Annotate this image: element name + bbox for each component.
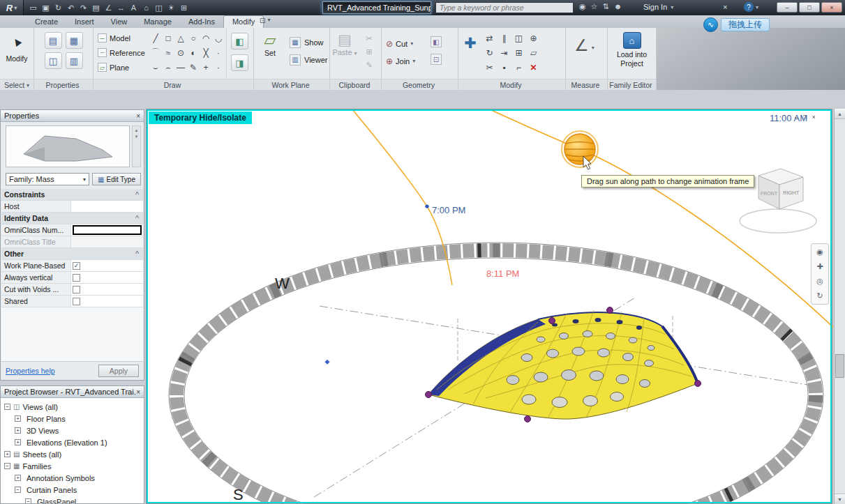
drag-upload-button[interactable]: 拖拽上传 — [721, 18, 770, 31]
property-row[interactable]: Identity Data ^ — [1, 213, 143, 224]
minimize-button[interactable]: – — [777, 2, 798, 13]
rotate-icon[interactable]: ↻ — [482, 45, 497, 60]
join-ends-icon[interactable]: ⊕ — [526, 31, 541, 45]
line-tool-icon[interactable]: ╱ — [149, 31, 162, 45]
arc-tool-icon[interactable]: ◠ — [200, 31, 212, 45]
partial-ellipse-tool-icon[interactable]: ◐ — [187, 45, 200, 60]
polygon-tool-icon[interactable]: △ — [174, 31, 187, 45]
viewcube-front-label[interactable]: FRONT — [761, 191, 778, 196]
tree-expander-icon[interactable]: + — [15, 427, 21, 434]
scroll-down-icon[interactable]: ▼ — [835, 494, 845, 504]
property-row[interactable]: Other ^ — [1, 248, 143, 260]
property-row[interactable]: OmniClass Title — [1, 236, 143, 248]
divide-surface-icon[interactable]: ◧ — [231, 33, 248, 49]
property-row[interactable]: Always vertical — [1, 272, 143, 284]
model-line-tool-icon[interactable]: — — [174, 60, 187, 75]
checkbox[interactable] — [73, 298, 80, 305]
view-close-button[interactable]: × — [812, 114, 815, 121]
ribbon-display-toggle[interactable]: ⊡ ▾ — [260, 17, 270, 24]
property-row[interactable]: Host — [1, 201, 143, 213]
vertical-scrollbar[interactable]: ▲ ▼ — [834, 109, 845, 504]
scale-icon[interactable]: ▱ — [526, 45, 541, 60]
tab-add-ins[interactable]: Add-Ins — [180, 15, 223, 28]
tree-expander-icon[interactable]: + — [4, 451, 10, 457]
family-category-icon[interactable]: ◫ — [45, 52, 62, 69]
edit-type-button[interactable]: ▦ Edit Type — [92, 173, 141, 185]
set-work-plane-button[interactable]: ▱ Set — [254, 28, 286, 79]
tangent-arc-tool-icon[interactable]: ⌒ — [149, 45, 162, 60]
spline-tool-icon[interactable]: ≈ — [162, 45, 174, 60]
ellipse-tool-icon[interactable]: ⊙ — [174, 45, 187, 60]
offset-icon[interactable]: ∥ — [497, 31, 511, 45]
tree-expander-icon[interactable]: − — [4, 404, 10, 410]
property-row[interactable]: Cut with Voids ... — [1, 284, 143, 296]
save-icon[interactable]: ▣ — [40, 2, 52, 13]
center-arc-tool-icon[interactable]: ◡ — [212, 31, 225, 45]
sun[interactable] — [562, 131, 598, 167]
print-icon[interactable]: ▤ — [90, 2, 102, 13]
show-work-plane-button[interactable]: ▦ Show — [286, 33, 327, 51]
preview-scrollbar[interactable]: ▲ ▼ — [132, 125, 141, 167]
trim-icon[interactable]: ⇥ — [497, 45, 511, 60]
view-minimize-button[interactable]: – — [795, 114, 798, 121]
search-icon[interactable]: ◉ — [579, 2, 586, 11]
sync-icon[interactable]: ↻ — [52, 2, 64, 13]
cut-to-clipboard-icon[interactable]: ✂ — [364, 33, 375, 43]
dot-tool-icon[interactable]: · — [212, 60, 225, 75]
sketch-tool-icon[interactable]: ✎ — [187, 60, 200, 75]
tree-expander-icon[interactable]: + — [15, 475, 21, 481]
drawing-area[interactable]: W S 11:00 AM 7:00 PM 8:11 PM FRONT RIGHT — [146, 109, 832, 504]
array-icon[interactable]: ⊞ — [511, 45, 526, 60]
exchange-apps-icon[interactable]: ⇅ — [602, 2, 608, 11]
sun-study-icon[interactable]: ☀ — [165, 2, 177, 13]
measure-button[interactable]: ∠ ▾ — [566, 28, 607, 55]
add-point-tool-icon[interactable]: + — [200, 60, 212, 75]
viewer-button[interactable]: ▥ Viewer — [286, 51, 327, 68]
measure-icon[interactable]: ∠ — [103, 2, 114, 13]
section-collapse-icon[interactable]: ^ — [135, 248, 143, 259]
signin-button[interactable]: Sign In ▾ — [643, 3, 673, 11]
section-collapse-icon[interactable]: ^ — [135, 189, 143, 200]
zoom-icon[interactable]: ◎ — [816, 277, 823, 286]
view-restore-button[interactable]: □ — [803, 114, 807, 121]
rectangle-tool-icon[interactable]: □ — [162, 31, 174, 45]
help-button[interactable]: ? ▾ — [744, 2, 758, 12]
scrollbar-thumb[interactable] — [835, 354, 844, 378]
circle-tool-icon[interactable]: ○ — [187, 31, 200, 45]
copy-to-clipboard-icon[interactable]: ⊞ — [364, 47, 375, 56]
paste-button[interactable]: ▤ Paste ▾ — [330, 28, 359, 79]
scroll-up-icon[interactable]: ▲ — [835, 109, 845, 119]
tree-item[interactable]: − GlassPanel — [1, 496, 144, 503]
property-value-cell[interactable]: ✓ — [71, 260, 143, 271]
section-collapse-icon[interactable]: ^ — [135, 213, 143, 224]
sun-path-time-node[interactable] — [425, 204, 428, 208]
tree-expander-icon[interactable]: − — [4, 463, 10, 469]
subscription-icon[interactable]: ☆ — [591, 2, 598, 11]
tree-item[interactable]: + Floor Plans — [1, 413, 144, 425]
tab-create[interactable]: Create — [27, 15, 66, 28]
property-row[interactable]: Constraints ^ — [1, 189, 143, 201]
property-value-cell[interactable] — [71, 236, 143, 247]
open-icon[interactable]: ▭ — [27, 2, 39, 13]
property-value-cell[interactable] — [71, 296, 143, 307]
tab-insert[interactable]: Insert — [66, 15, 103, 28]
text-icon[interactable]: A — [128, 2, 140, 13]
property-value-cell[interactable] — [71, 272, 143, 283]
pan-icon[interactable]: ✚ — [816, 262, 823, 271]
tree-item[interactable]: + 3D Views — [1, 425, 144, 436]
arc-3pt-tool-icon[interactable]: ⌢ — [162, 60, 174, 75]
section-icon[interactable]: ◫ — [153, 2, 165, 13]
steering-wheel-icon[interactable]: ◉ — [816, 247, 823, 257]
move-tool-icon[interactable]: ✚ — [458, 28, 482, 79]
tree-item[interactable]: + Elevations (Elevation 1) — [1, 436, 144, 448]
redo-icon[interactable]: ↷ — [77, 2, 89, 13]
panel-label-select[interactable]: Select ▾ — [0, 79, 34, 91]
switch-windows-icon[interactable]: ⊞ — [178, 2, 190, 13]
tab-view[interactable]: View — [103, 15, 136, 28]
properties-palette-header[interactable]: Properties × — [1, 110, 144, 122]
panel-label-clipboard[interactable]: Clipboard — [330, 79, 382, 91]
delete-icon[interactable]: ✕ — [526, 60, 541, 75]
default-3d-view-icon[interactable]: ⌂ — [140, 2, 152, 13]
project-browser-header[interactable]: Project Browser - RVT_Advanced Trai... × — [1, 386, 144, 398]
property-row[interactable]: Shared — [1, 296, 143, 307]
